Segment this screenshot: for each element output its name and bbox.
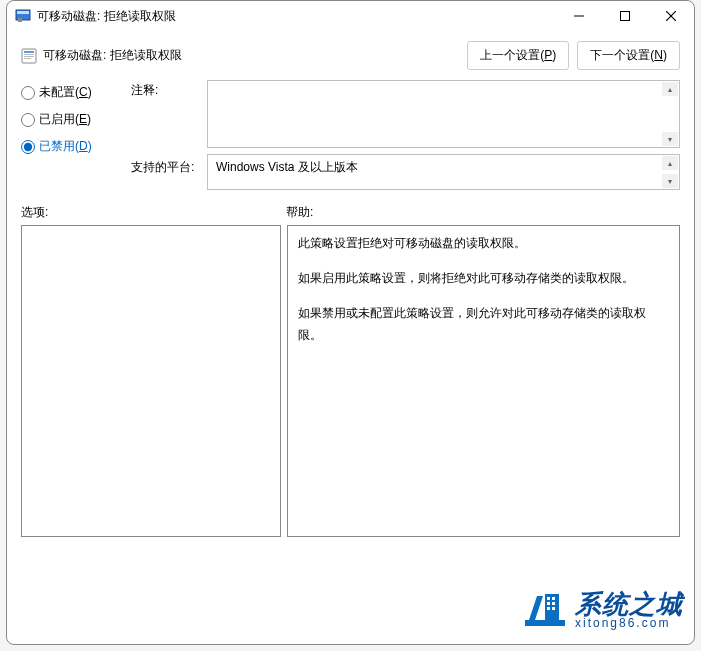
config-row: 未配置(C) 已启用(E) 已禁用(D) 注释: 支持的平台: ▴ ▾ <box>7 76 694 192</box>
panels: 此策略设置拒绝对可移动磁盘的读取权限。 如果启用此策略设置，则将拒绝对此可移动存… <box>7 223 694 644</box>
state-radio-group: 未配置(C) 已启用(E) 已禁用(D) <box>21 80 131 155</box>
maximize-button[interactable] <box>602 1 648 31</box>
svg-rect-10 <box>24 56 34 57</box>
policy-icon <box>21 48 37 64</box>
nav-buttons: 上一个设置(P) 下一个设置(N) <box>467 41 680 70</box>
titlebar: 可移动磁盘: 拒绝读取权限 <box>7 1 694 31</box>
options-label: 选项: <box>21 204 286 221</box>
scroll-up-icon[interactable]: ▴ <box>662 82 678 96</box>
radio-disabled[interactable]: 已禁用(D) <box>21 138 131 155</box>
svg-rect-8 <box>24 51 34 53</box>
platform-textarea[interactable]: Windows Vista 及以上版本 ▴ ▾ <box>207 154 680 190</box>
options-panel <box>21 225 281 537</box>
radio-not-configured[interactable]: 未配置(C) <box>21 84 131 101</box>
scroll-down-icon[interactable]: ▾ <box>662 174 678 188</box>
header-row: 可移动磁盘: 拒绝读取权限 上一个设置(P) 下一个设置(N) <box>7 31 694 76</box>
policy-title: 可移动磁盘: 拒绝读取权限 <box>43 47 182 64</box>
window-controls <box>556 1 694 31</box>
field-labels: 注释: 支持的平台: <box>131 80 203 176</box>
minimize-button[interactable] <box>556 1 602 31</box>
scroll-down-icon[interactable]: ▾ <box>662 132 678 146</box>
platform-label: 支持的平台: <box>131 159 203 176</box>
field-values: ▴ ▾ Windows Vista 及以上版本 ▴ ▾ <box>207 80 680 190</box>
next-setting-button[interactable]: 下一个设置(N) <box>577 41 680 70</box>
help-panel: 此策略设置拒绝对可移动磁盘的读取权限。 如果启用此策略设置，则将拒绝对此可移动存… <box>287 225 680 537</box>
radio-not-configured-input[interactable] <box>21 86 35 100</box>
panels-labels: 选项: 帮助: <box>7 192 694 223</box>
window-title: 可移动磁盘: 拒绝读取权限 <box>37 8 176 25</box>
comment-label: 注释: <box>131 82 203 99</box>
radio-enabled-input[interactable] <box>21 113 35 127</box>
platform-scrollbar[interactable]: ▴ ▾ <box>662 156 678 188</box>
help-paragraph: 此策略设置拒绝对可移动磁盘的读取权限。 <box>298 232 669 255</box>
svg-rect-4 <box>621 12 630 21</box>
help-paragraph: 如果启用此策略设置，则将拒绝对此可移动存储类的读取权限。 <box>298 267 669 290</box>
app-icon <box>15 8 31 24</box>
svg-rect-1 <box>17 11 29 14</box>
scroll-up-icon[interactable]: ▴ <box>662 156 678 170</box>
previous-setting-button[interactable]: 上一个设置(P) <box>467 41 569 70</box>
radio-enabled[interactable]: 已启用(E) <box>21 111 131 128</box>
comment-textarea[interactable]: ▴ ▾ <box>207 80 680 148</box>
close-button[interactable] <box>648 1 694 31</box>
help-paragraph: 如果禁用或未配置此策略设置，则允许对此可移动存储类的读取权限。 <box>298 302 669 348</box>
svg-rect-11 <box>24 58 31 59</box>
comment-scrollbar[interactable]: ▴ ▾ <box>662 82 678 146</box>
platform-value: Windows Vista 及以上版本 <box>216 160 358 174</box>
radio-disabled-input[interactable] <box>21 140 35 154</box>
dialog-window: 可移动磁盘: 拒绝读取权限 可移动磁盘: 拒绝读取权限 <box>6 0 695 645</box>
svg-rect-9 <box>24 54 34 55</box>
svg-rect-2 <box>18 18 22 22</box>
help-label: 帮助: <box>286 204 313 221</box>
